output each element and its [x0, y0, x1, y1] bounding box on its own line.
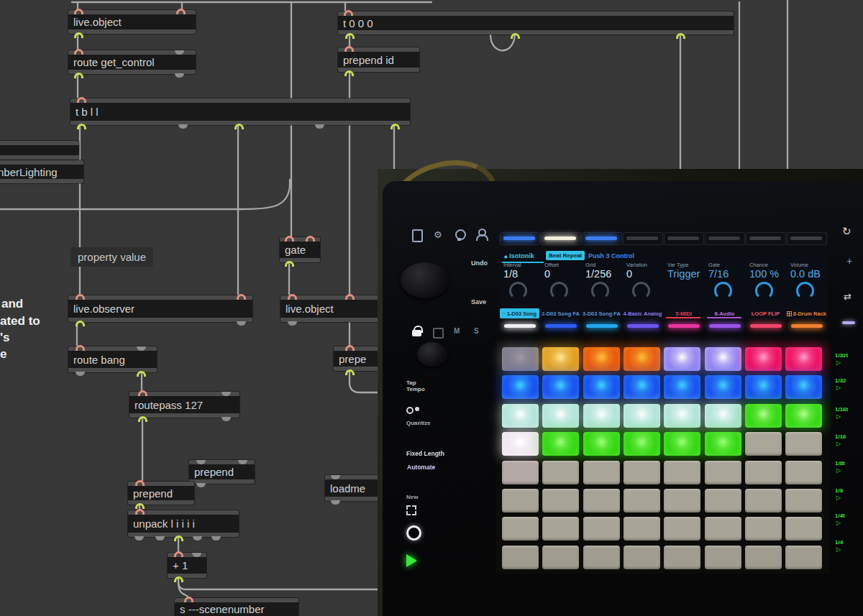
max-object-prepend_b[interactable]: prepend	[128, 482, 194, 505]
pad-r3c3[interactable]	[583, 404, 620, 428]
max-object-unpack[interactable]: unpack l i i i i	[128, 510, 239, 537]
max-object-route_bang[interactable]: route bang	[68, 346, 157, 372]
bulb-icon[interactable]	[455, 229, 466, 240]
outlet-port[interactable]	[315, 124, 324, 129]
pad-r4c7[interactable]	[745, 432, 782, 456]
inlet-port[interactable]	[174, 551, 183, 557]
pad-r4c5[interactable]	[664, 432, 700, 456]
pad-r4c8[interactable]	[785, 432, 822, 456]
outlet-port[interactable]	[331, 500, 340, 505]
track-select-button-2[interactable]	[545, 324, 577, 328]
outlet-port[interactable]	[77, 124, 86, 129]
pad-r8c7[interactable]	[745, 546, 782, 569]
pad-r6c2[interactable]	[542, 489, 579, 512]
mute-button[interactable]: M	[454, 327, 460, 335]
inlet-port[interactable]	[77, 97, 86, 103]
inlet-port[interactable]	[184, 597, 193, 602]
pad-r1c4[interactable]	[624, 347, 660, 371]
pad-r8c4[interactable]	[624, 546, 660, 569]
max-object-route_get_control[interactable]: route get_control	[68, 50, 196, 74]
track-select-button-4[interactable]	[627, 324, 659, 328]
pad-r8c2[interactable]	[542, 546, 579, 569]
pad-r3c7[interactable]	[745, 404, 782, 428]
track-select-button-7[interactable]	[750, 324, 782, 328]
track-select-button-3[interactable]	[586, 324, 618, 328]
outlet-port[interactable]	[137, 371, 146, 377]
quantize-button[interactable]: Quantize	[406, 420, 431, 426]
pad-r1c6[interactable]	[705, 347, 741, 371]
outlet-port[interactable]	[196, 483, 206, 487]
pad-r8c8[interactable]	[785, 546, 822, 569]
max-object-routepass[interactable]: routepass 127	[129, 392, 239, 418]
outlet-port[interactable]	[135, 503, 145, 509]
pad-r5c8[interactable]	[785, 461, 822, 484]
pad-r6c5[interactable]	[664, 489, 700, 512]
pad-r2c1[interactable]	[502, 375, 539, 399]
pad-r3c4[interactable]	[624, 404, 660, 428]
inlet-port[interactable]	[344, 10, 353, 16]
outlet-port[interactable]	[174, 535, 183, 541]
inlet-port[interactable]	[237, 294, 246, 300]
display-button-top-1[interactable]	[500, 232, 540, 245]
inlet-port[interactable]	[345, 345, 355, 351]
track-select-button-6[interactable]	[709, 324, 741, 328]
add-icon[interactable]: +	[846, 255, 852, 267]
outlet-port[interactable]	[174, 576, 183, 582]
loop-icon[interactable]: ↻	[842, 225, 851, 238]
outlet-port[interactable]	[211, 536, 221, 541]
inlet-port[interactable]	[176, 9, 186, 14]
display-button-top-2[interactable]	[541, 232, 581, 245]
pad-r4c6[interactable]	[705, 432, 741, 456]
duplicate-icon[interactable]	[406, 505, 416, 515]
pad-r3c8[interactable]	[785, 404, 822, 428]
save-button[interactable]: Save	[471, 298, 486, 305]
play-icon[interactable]	[406, 554, 417, 567]
pad-r5c5[interactable]	[664, 461, 700, 484]
outlet-port[interactable]	[76, 372, 85, 376]
outlet-port[interactable]	[345, 369, 355, 375]
inlet-port[interactable]	[138, 390, 147, 396]
outlet-port[interactable]	[288, 321, 297, 326]
track-select-button-1[interactable]	[504, 324, 536, 328]
gear-icon[interactable]: ⚙	[434, 229, 442, 240]
inlet-port[interactable]	[76, 294, 85, 300]
pad-r2c5[interactable]	[664, 375, 700, 399]
solo-button[interactable]: S	[474, 327, 479, 335]
pad-r6c6[interactable]	[705, 489, 741, 512]
display-button-top-3[interactable]	[582, 232, 622, 245]
max-object-live_observer[interactable]: live.observer	[68, 295, 252, 322]
pad-r8c5[interactable]	[664, 546, 700, 569]
outlet-port[interactable]	[193, 536, 202, 541]
pad-r5c3[interactable]	[583, 461, 620, 484]
record-icon[interactable]	[406, 525, 421, 541]
max-object-plus1[interactable]: + 1	[168, 553, 206, 578]
display-button-top-4[interactable]	[623, 232, 663, 245]
pad-r1c1[interactable]	[502, 347, 539, 371]
outlet-port[interactable]	[76, 321, 85, 326]
lock-icon[interactable]	[412, 326, 422, 337]
inlet-port[interactable]	[135, 509, 145, 515]
outlet-port[interactable]	[178, 124, 188, 129]
max-object-tbll[interactable]: t b l l	[70, 98, 410, 125]
pad-r6c4[interactable]	[624, 489, 660, 512]
display-button-top-6[interactable]	[705, 232, 745, 245]
outlet-port[interactable]	[676, 33, 685, 39]
inlet-port[interactable]	[288, 294, 297, 300]
outlet-port[interactable]	[234, 124, 244, 129]
outlet-port[interactable]	[222, 417, 231, 421]
document-icon[interactable]	[412, 229, 423, 242]
display-button-top-5[interactable]	[664, 232, 704, 245]
pad-r6c7[interactable]	[745, 489, 782, 512]
pad-r2c2[interactable]	[542, 375, 579, 399]
swing-knob[interactable]	[417, 342, 447, 367]
pad-r7c8[interactable]	[785, 517, 822, 541]
max-object-prepend_id[interactable]: prepend id	[338, 47, 419, 72]
pad-r3c1[interactable]	[502, 404, 539, 428]
swap-arrows-icon[interactable]: ⇄	[844, 291, 851, 302]
inlet-port[interactable]	[285, 236, 294, 242]
pad-r4c4[interactable]	[624, 432, 660, 456]
inlet-port[interactable]	[76, 345, 85, 351]
outlet-port[interactable]	[175, 73, 184, 78]
pad-r4c2[interactable]	[542, 432, 579, 456]
pad-r5c6[interactable]	[705, 461, 741, 484]
